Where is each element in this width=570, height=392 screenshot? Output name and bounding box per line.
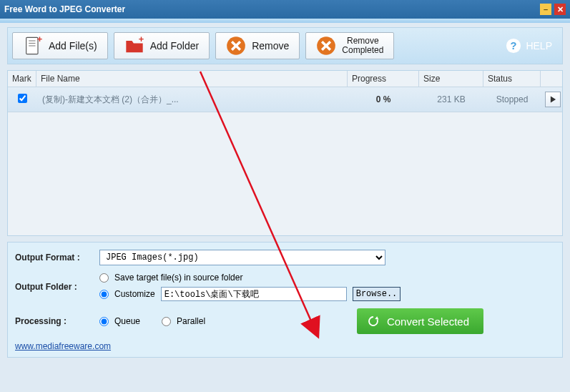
grid-empty-area — [8, 112, 562, 235]
close-button[interactable]: ✕ — [554, 4, 566, 15]
convert-label: Convert Selected — [387, 315, 469, 328]
col-file[interactable]: File Name — [36, 71, 348, 87]
radio-parallel[interactable]: Parallel — [162, 316, 205, 326]
svg-text:?: ? — [511, 40, 517, 52]
browse-button[interactable]: Browse.. — [353, 287, 401, 301]
minimize-button[interactable]: – — [540, 4, 551, 15]
add-folder-button[interactable]: + Add Folder — [114, 32, 210, 59]
output-format-select[interactable]: JPEG Images(*.jpg) — [99, 250, 385, 265]
footer-link[interactable]: www.mediafreeware.com — [15, 341, 111, 351]
col-progress[interactable]: Progress — [348, 71, 419, 87]
output-path-input[interactable] — [161, 287, 347, 301]
svg-marker-14 — [550, 97, 555, 103]
help-icon: ? — [506, 38, 521, 54]
add-files-label: Add File(s) — [49, 40, 97, 52]
col-mark[interactable]: Mark — [8, 71, 36, 87]
remove-button[interactable]: Remove — [215, 32, 300, 59]
table-row[interactable]: (复制)-新建文本文档 (2)（合并）_... 0 % 231 KB Stopp… — [8, 87, 562, 112]
window-title: Free Word to JPEG Converter — [4, 4, 125, 14]
radio-customize[interactable]: Customize Browse.. — [99, 287, 401, 301]
processing-label: Processing : — [15, 316, 94, 326]
radio-queue[interactable]: Queue — [99, 316, 140, 326]
radio-queue-input[interactable] — [99, 317, 109, 326]
row-progress: 0 % — [348, 90, 419, 109]
refresh-icon — [367, 315, 380, 328]
col-action — [541, 71, 562, 87]
title-bar: Free Word to JPEG Converter – ✕ — [0, 0, 570, 19]
col-status[interactable]: Status — [483, 71, 541, 87]
remove-completed-icon — [316, 36, 336, 56]
row-checkbox[interactable] — [18, 94, 27, 103]
folder-plus-icon: + — [124, 36, 144, 56]
row-status: Stopped — [483, 90, 541, 109]
output-format-label: Output Format : — [15, 253, 94, 263]
radio-customize-input[interactable] — [99, 290, 109, 299]
help-label: HELP — [526, 40, 552, 52]
remove-icon — [226, 36, 246, 56]
add-folder-label: Add Folder — [150, 40, 199, 52]
row-size: 231 KB — [419, 90, 483, 109]
radio-source-folder[interactable]: Save target file(s) in source folder — [99, 273, 401, 283]
convert-selected-button[interactable]: Convert Selected — [357, 308, 483, 334]
row-play-button[interactable] — [545, 92, 561, 107]
grid-header: Mark File Name Progress Size Status — [8, 71, 562, 87]
remove-label: Remove — [252, 40, 289, 52]
svg-marker-15 — [375, 316, 378, 320]
remove-completed-label: Remove Completed — [342, 36, 383, 55]
window-controls: – ✕ — [540, 4, 566, 15]
row-filename: (复制)-新建文本文档 (2)（合并）_... — [36, 89, 348, 110]
add-files-button[interactable]: + Add File(s) — [12, 32, 108, 59]
svg-text:+: + — [139, 36, 144, 44]
play-icon — [550, 96, 556, 103]
file-plus-icon: + — [23, 36, 43, 56]
radio-source-input[interactable] — [99, 273, 109, 283]
toolbar: + Add File(s) + Add Folder Remove Remove… — [7, 27, 563, 64]
remove-completed-button[interactable]: Remove Completed — [305, 32, 394, 59]
settings-panel: Output Format : JPEG Images(*.jpg) Outpu… — [7, 242, 563, 358]
file-grid: Mark File Name Progress Size Status (复制)… — [7, 70, 563, 236]
help-button[interactable]: ? HELP — [500, 35, 558, 57]
svg-text:+: + — [37, 36, 43, 44]
col-size[interactable]: Size — [419, 71, 483, 87]
radio-parallel-input[interactable] — [162, 317, 171, 326]
output-folder-label: Output Folder : — [15, 282, 94, 292]
